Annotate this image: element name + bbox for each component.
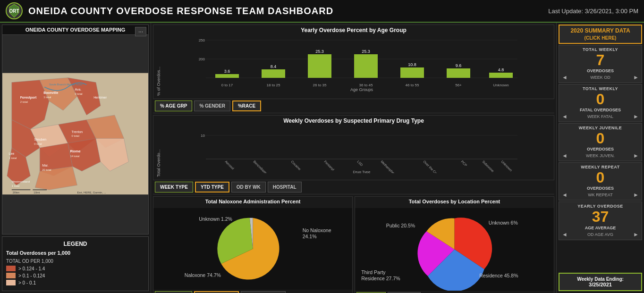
svg-text:250: 250 bbox=[199, 38, 205, 42]
bottom-charts: Total Naloxone Administration Percent Un… bbox=[153, 196, 554, 293]
left-panel: ONEIDA COUNTY OVERDOSE MAPPING ··· bbox=[0, 23, 151, 293]
stat-week-repeat: WK REPEAT bbox=[588, 193, 612, 197]
naloxone-chart-box: Total Naloxone Administration Percent Un… bbox=[153, 196, 353, 293]
stat-nav-fatal-next[interactable]: ► bbox=[633, 113, 639, 120]
legend-item-2: > 0.1 - 0.124 bbox=[6, 273, 144, 278]
svg-text:Trenton: Trenton bbox=[72, 130, 83, 134]
right-panel: 2020 SUMMARY DATA (CLICK HERE) TOTAL WEE… bbox=[557, 23, 644, 293]
svg-text:Age Groups: Age Groups bbox=[350, 87, 373, 92]
svg-rect-55 bbox=[354, 54, 378, 78]
stat-nav-repeat-next[interactable]: ► bbox=[633, 192, 639, 198]
svg-text:0 total: 0 total bbox=[75, 92, 83, 95]
legend-subtitle: Total Overdoses per 1,000 bbox=[6, 250, 144, 256]
stat-label-overdoses: OVERDOSES bbox=[562, 68, 639, 73]
tab-nalox-fatal[interactable]: NALOX. FATAL bbox=[194, 291, 239, 293]
stat-nav-juv-next[interactable]: ► bbox=[633, 152, 639, 159]
header-logo: ORT bbox=[6, 2, 23, 19]
stat-label-juv-overdoses: OVERDOSES bbox=[562, 147, 639, 151]
stat-nav-od-prev[interactable]: ◄ bbox=[562, 74, 568, 81]
stat-nav-fatal: ◄ WEEK FATAL ► bbox=[562, 113, 639, 120]
stat-nav-juv-prev[interactable]: ◄ bbox=[562, 152, 568, 159]
summary-title-box[interactable]: 2020 SUMMARY DATA (CLICK HERE) bbox=[559, 25, 642, 44]
svg-text:8.4: 8.4 bbox=[271, 64, 277, 69]
svg-text:Third Party: Third Party bbox=[361, 269, 386, 275]
svg-text:Soule Branch Moose River: Soule Branch Moose River bbox=[49, 83, 83, 86]
stat-nav-yearly-next[interactable]: ► bbox=[633, 231, 639, 238]
svg-text:9.6: 9.6 bbox=[456, 63, 462, 68]
svg-text:Public 20.5%: Public 20.5% bbox=[386, 223, 415, 228]
svg-text:24.1%: 24.1% bbox=[303, 234, 317, 239]
svg-text:1 total: 1 total bbox=[9, 157, 17, 159]
svg-text:36 to 45: 36 to 45 bbox=[359, 83, 373, 87]
svg-text:4.8: 4.8 bbox=[498, 67, 504, 72]
svg-text:56+: 56+ bbox=[455, 83, 462, 87]
svg-text:Naloxone 74.7%: Naloxone 74.7% bbox=[185, 272, 221, 278]
stat-value-juvenile: 0 bbox=[562, 130, 639, 147]
svg-text:Over the Counter: Over the Counter bbox=[423, 160, 443, 173]
yearly-bar-chart: 250 200 3.6 0 to 17 8.4 18 to 25 25.3 26… bbox=[162, 35, 552, 92]
stat-nav-repeat-prev[interactable]: ◄ bbox=[562, 192, 568, 198]
weekly-data-box: Weekly Data Ending: 3/25/2021 bbox=[559, 273, 642, 291]
svg-text:Benzodiazepine: Benzodiazepine bbox=[253, 160, 272, 173]
svg-text:Suboxone: Suboxone bbox=[482, 160, 494, 173]
svg-text:Methamphetamine: Methamphetamine bbox=[380, 160, 402, 173]
last-update: Last Update: 3/26/2021, 3:00 PM bbox=[548, 8, 638, 15]
stat-yearly-od: YEARLY OVERDOSE 37 AGE AVERAGE ◄ OD AGE … bbox=[559, 201, 642, 240]
stat-nav-yearly-prev[interactable]: ◄ bbox=[562, 231, 568, 238]
stat-nav-od-next[interactable]: ► bbox=[633, 74, 639, 81]
tab-ytd-type[interactable]: YTD TYPE bbox=[195, 182, 229, 193]
svg-text:Drug Type: Drug Type bbox=[353, 170, 371, 173]
svg-text:200: 200 bbox=[199, 57, 205, 61]
svg-text:0 total: 0 total bbox=[34, 142, 42, 145]
tab-naloxone[interactable]: NALOXONE bbox=[155, 291, 192, 293]
stat-nav-repeat: ◄ WK REPEAT ► bbox=[562, 192, 639, 198]
tab-race[interactable]: %RACE bbox=[232, 100, 261, 111]
svg-text:3.6: 3.6 bbox=[224, 69, 230, 74]
tab-gender[interactable]: % GENDER bbox=[194, 100, 230, 111]
drug-y-label: Total Overdo... bbox=[155, 126, 162, 178]
svg-text:Unknown 1.2%: Unknown 1.2% bbox=[199, 216, 232, 222]
drug-chart-tabs: WEEK TYPE YTD TYPE OD BY WK HOSPITAL bbox=[153, 180, 554, 194]
svg-text:Fentanyl: Fentanyl bbox=[323, 160, 335, 172]
stat-label-fatal-overdoses: FATAL OVERDOSES bbox=[562, 108, 639, 112]
naloxone-tabs: NALOXONE NALOX. FATAL NALOX ENTITY bbox=[153, 290, 352, 293]
yearly-chart-title: Yearly Overdose Percent by Age Group bbox=[155, 27, 552, 33]
tab-od-by-wk[interactable]: OD BY WK bbox=[231, 182, 266, 193]
weekly-drug-chart-title: Weekly Overdoses by Suspected Primary Dr… bbox=[155, 117, 552, 124]
stat-nav-od: ◄ WEEK OD ► bbox=[562, 74, 639, 81]
legend-item-3: > 0 - 0.1 bbox=[6, 280, 144, 285]
svg-text:Steuben: Steuben bbox=[34, 138, 46, 141]
legend-title: LEGEND bbox=[6, 241, 144, 247]
yearly-chart-section: Yearly Overdose Percent by Age Group % o… bbox=[153, 25, 554, 99]
tab-week-type[interactable]: WEEK TYPE bbox=[155, 182, 193, 193]
svg-text:1 total: 1 total bbox=[43, 96, 51, 99]
svg-text:25.3: 25.3 bbox=[315, 49, 324, 54]
svg-text:Residence 45.8%: Residence 45.8% bbox=[479, 273, 518, 278]
legend-item-1: > 0.124 - 1.4 bbox=[6, 266, 144, 271]
svg-text:Esri, HERE, Garmin, ...: Esri, HERE, Garmin, ... bbox=[77, 191, 106, 194]
svg-rect-52 bbox=[308, 54, 331, 78]
legend-color-1 bbox=[6, 266, 16, 271]
weekly-drug-chart-section: Weekly Overdoses by Suspected Primary Dr… bbox=[153, 115, 554, 180]
svg-text:Ava.: Ava. bbox=[75, 88, 82, 91]
tab-age-grp[interactable]: % AGE GRP bbox=[155, 100, 192, 111]
map-menu-button[interactable]: ··· bbox=[135, 27, 146, 36]
stat-total-weekly-od: TOTAL WEEKLY 7 OVERDOSES ◄ WEEK OD ► bbox=[559, 45, 642, 83]
svg-text:ORT: ORT bbox=[9, 8, 19, 14]
naloxone-chart-title: Total Naloxone Administration Percent bbox=[153, 197, 352, 206]
svg-text:Rome: Rome bbox=[70, 149, 81, 153]
tab-hospital[interactable]: HOSPITAL bbox=[268, 182, 302, 193]
map-svg: Forestport 2 total Boonville 1 total Ava… bbox=[2, 35, 148, 233]
tab-nalox-entity[interactable]: NALOX ENTITY bbox=[241, 291, 286, 293]
page-title: ONEIDA COUNTY OVERDOSE RESPONSE TEAM DAS… bbox=[28, 6, 548, 17]
legend-label: TOTAL OD PER 1,000 bbox=[6, 259, 144, 264]
svg-text:10mi: 10mi bbox=[34, 191, 40, 194]
stat-value-repeat: 0 bbox=[562, 169, 639, 186]
stat-total-weekly-fatal: TOTAL WEEKLY 0 FATAL OVERDOSES ◄ WEEK FA… bbox=[559, 84, 642, 122]
svg-text:0 total: 0 total bbox=[72, 134, 79, 137]
naloxone-pie-svg: Unknown 1.2% No Naloxone 24.1% Naloxone … bbox=[153, 208, 352, 290]
svg-text:PCP: PCP bbox=[460, 160, 467, 167]
stat-nav-fatal-prev[interactable]: ◄ bbox=[562, 113, 568, 120]
svg-text:1 total: 1 total bbox=[12, 184, 19, 187]
svg-text:Unknown: Unknown bbox=[493, 83, 508, 87]
